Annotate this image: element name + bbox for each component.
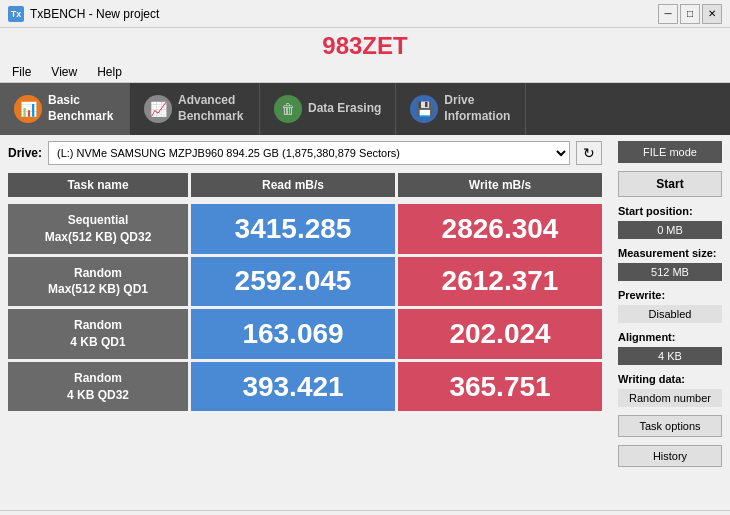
- table-row: Random4 KB QD32 393.421 365.751: [8, 362, 602, 412]
- start-position-label: Start position:: [618, 205, 722, 217]
- menu-bar: File View Help: [0, 62, 730, 83]
- drive-row: Drive: (L:) NVMe SAMSUNG MZPJB960 894.25…: [8, 141, 602, 165]
- right-panel: FILE mode Start Start position: 0 MB Mea…: [610, 135, 730, 510]
- drive-information-icon: 💾: [410, 95, 438, 123]
- main-content: Drive: (L:) NVMe SAMSUNG MZPJB960 894.25…: [0, 135, 730, 510]
- header-read: Read mB/s: [191, 173, 395, 197]
- left-panel: Drive: (L:) NVMe SAMSUNG MZPJB960 894.25…: [0, 135, 610, 510]
- start-position-value: 0 MB: [618, 221, 722, 239]
- writing-data-value: Random number: [618, 389, 722, 407]
- menu-file[interactable]: File: [8, 64, 35, 80]
- alignment-label: Alignment:: [618, 331, 722, 343]
- bench-write-value: 202.024: [398, 309, 602, 359]
- bench-row-label: Random4 KB QD1: [8, 309, 188, 359]
- bench-rows-container: SequentialMax(512 KB) QD32 3415.285 2826…: [8, 204, 602, 414]
- prewrite-value: Disabled: [618, 305, 722, 323]
- bench-write-value: 365.751: [398, 362, 602, 412]
- tab-advanced-benchmark[interactable]: 📈 Advanced Benchmark: [130, 83, 260, 135]
- writing-data-label: Writing data:: [618, 373, 722, 385]
- data-erasing-icon: 🗑: [274, 95, 302, 123]
- title-bar-left: Tx TxBENCH - New project: [8, 6, 159, 22]
- drive-information-label: Drive Information: [444, 93, 510, 124]
- title-bar: Tx TxBENCH - New project ─ □ ✕: [0, 0, 730, 28]
- refresh-icon: ↻: [583, 145, 595, 161]
- bench-row-label: Random4 KB QD32: [8, 362, 188, 412]
- app-icon: Tx: [8, 6, 24, 22]
- app-icon-label: Tx: [11, 9, 22, 19]
- bench-row-label: SequentialMax(512 KB) QD32: [8, 204, 188, 254]
- minimize-button[interactable]: ─: [658, 4, 678, 24]
- title-bar-controls: ─ □ ✕: [658, 4, 722, 24]
- advanced-benchmark-label: Advanced Benchmark: [178, 93, 243, 124]
- data-erasing-label: Data Erasing: [308, 101, 381, 117]
- file-mode-button[interactable]: FILE mode: [618, 141, 722, 163]
- bench-read-value: 393.421: [191, 362, 395, 412]
- bench-write-value: 2826.304: [398, 204, 602, 254]
- bench-read-value: 2592.045: [191, 257, 395, 307]
- bench-row-label: RandomMax(512 KB) QD1: [8, 257, 188, 307]
- window-title: TxBENCH - New project: [30, 7, 159, 21]
- app-title-text: 983ZET: [322, 32, 407, 59]
- measurement-size-label: Measurement size:: [618, 247, 722, 259]
- menu-help[interactable]: Help: [93, 64, 126, 80]
- task-options-button[interactable]: Task options: [618, 415, 722, 437]
- table-row: SequentialMax(512 KB) QD32 3415.285 2826…: [8, 204, 602, 254]
- header-write: Write mB/s: [398, 173, 602, 197]
- bench-write-value: 2612.371: [398, 257, 602, 307]
- refresh-button[interactable]: ↻: [576, 141, 602, 165]
- table-row: Random4 KB QD1 163.069 202.024: [8, 309, 602, 359]
- tab-data-erasing[interactable]: 🗑 Data Erasing: [260, 83, 396, 135]
- app-title: 983ZET: [0, 28, 730, 62]
- status-bar: Basic Benchmark finished successfully.: [0, 510, 730, 515]
- measurement-size-value: 512 MB: [618, 263, 722, 281]
- alignment-value: 4 KB: [618, 347, 722, 365]
- advanced-benchmark-icon: 📈: [144, 95, 172, 123]
- header-task-name: Task name: [8, 173, 188, 197]
- basic-benchmark-icon: 📊: [14, 95, 42, 123]
- tab-drive-information[interactable]: 💾 Drive Information: [396, 83, 526, 135]
- maximize-button[interactable]: □: [680, 4, 700, 24]
- close-button[interactable]: ✕: [702, 4, 722, 24]
- bench-read-value: 163.069: [191, 309, 395, 359]
- prewrite-label: Prewrite:: [618, 289, 722, 301]
- tab-basic-benchmark[interactable]: 📊 Basic Benchmark: [0, 83, 130, 135]
- bench-read-value: 3415.285: [191, 204, 395, 254]
- basic-benchmark-label: Basic Benchmark: [48, 93, 113, 124]
- history-button[interactable]: History: [618, 445, 722, 467]
- drive-select[interactable]: (L:) NVMe SAMSUNG MZPJB960 894.25 GB (1,…: [48, 141, 570, 165]
- start-button[interactable]: Start: [618, 171, 722, 197]
- table-row: RandomMax(512 KB) QD1 2592.045 2612.371: [8, 257, 602, 307]
- bench-header: Task name Read mB/s Write mB/s: [8, 173, 602, 197]
- drive-label: Drive:: [8, 146, 42, 160]
- toolbar: 📊 Basic Benchmark 📈 Advanced Benchmark 🗑…: [0, 83, 730, 135]
- menu-view[interactable]: View: [47, 64, 81, 80]
